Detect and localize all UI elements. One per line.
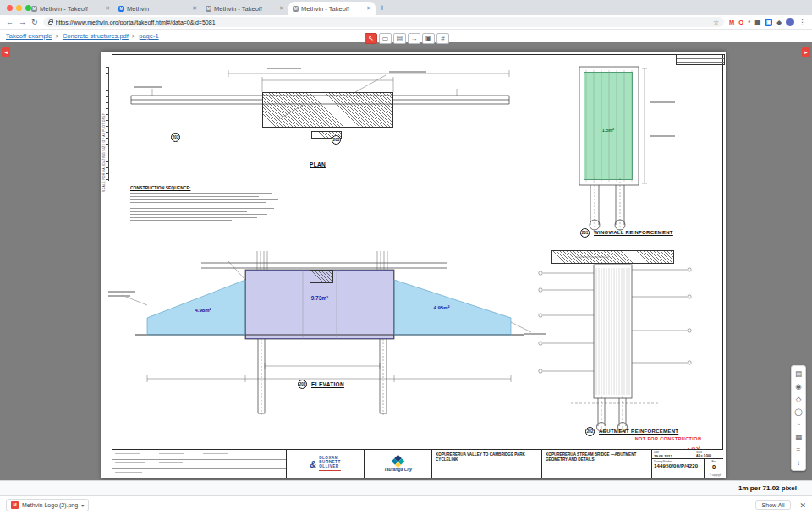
tab-title: Methvin	[127, 5, 189, 13]
construction-sequence: CONSTRUCTION SEQUENCE:	[130, 185, 283, 221]
grid-icon[interactable]: ▦	[793, 431, 804, 443]
tauranga-diamond-icon	[392, 454, 405, 468]
tab-1[interactable]: M Methvin - Takeoff ✕	[27, 2, 114, 15]
area-tool-button[interactable]: ▤	[393, 33, 406, 44]
plan-ref-bubble: 203	[332, 135, 341, 145]
breadcrumb-separator: >	[132, 32, 135, 40]
revision-box	[676, 54, 725, 65]
measure-tool-button[interactable]: ▭	[379, 33, 392, 44]
tab-close-icon[interactable]: ✕	[279, 5, 284, 12]
wingwall-ref-bubble: 201	[580, 228, 590, 238]
scale-cell: Scale A3 = 1:500	[694, 450, 723, 458]
not-for-construction-text: NOT FOR CONSTRUCTION	[609, 436, 727, 441]
tabs: M Methvin - Takeoff ✕ M Methvin ✕ M Meth…	[27, 2, 389, 15]
show-all-button[interactable]: Show All	[755, 500, 792, 510]
tab-favicon: M	[293, 6, 299, 12]
left-panel-toggle[interactable]: ◂	[2, 47, 10, 57]
abutment-title: ABUTMENT REINFORCEMENT	[599, 429, 678, 434]
tab-close-icon[interactable]: ✕	[192, 5, 197, 12]
tauranga-city-logo: Tauranga City	[365, 450, 432, 478]
elevation-title: ELEVATION	[311, 381, 344, 387]
pixel-scale-text: 1m per 71.02 pixel	[738, 484, 797, 492]
tab-favicon: M	[118, 6, 124, 12]
opera-extension-icon[interactable]: O	[738, 19, 743, 26]
tab-2[interactable]: M Methvin ✕	[114, 2, 201, 15]
title-block-admin-cell	[112, 450, 287, 478]
breadcrumb-page[interactable]: page-1	[139, 32, 158, 40]
tab-4-active[interactable]: M Methvin - Takeoff ✕	[288, 2, 376, 15]
downloads-close-icon[interactable]: ✕	[799, 501, 806, 510]
date-value: 29.06.2017	[654, 454, 692, 458]
drawing-number-value: 144950/00/P/4220	[654, 463, 702, 468]
apps-grid-icon[interactable]: ▦	[754, 19, 760, 26]
download-thumbnail: M	[11, 501, 19, 509]
drawing-number-cell: Drawing Number 144950/00/P/4220	[652, 459, 705, 478]
bbo-logo: & BLOXAM BURNETT OLLIVER	[287, 450, 365, 478]
tab-title: Methvin - Takeoff	[301, 5, 364, 13]
area-label-right[interactable]: 4.95m²	[414, 305, 469, 310]
breadcrumb-takeoff-example[interactable]: Takeoff example	[6, 32, 52, 40]
tab-title: Methvin - Takeoff	[214, 5, 277, 13]
area-label-center[interactable]: 9.73m²	[293, 295, 347, 301]
takeoff-toolbar: ↖ ▭ ▤ → ▣ #	[365, 33, 449, 44]
profile-avatar[interactable]	[786, 18, 794, 26]
bbo-line-3: OLLIVER	[319, 465, 340, 469]
browser-menu-icon[interactable]: ⋮	[798, 18, 806, 26]
profile-icon[interactable]: ◉	[793, 380, 804, 392]
pdf-sheet[interactable]: SCALE FOR VALIDATING SIZE OF A3 PLOT ONL…	[102, 52, 726, 478]
arrow-tool-button[interactable]: →	[408, 33, 420, 44]
download-item[interactable]: M Methvin Logo (2).png ▾	[6, 499, 89, 511]
history-icon[interactable]: ◔	[793, 418, 804, 430]
back-icon[interactable]: ←	[6, 15, 14, 29]
close-window-button[interactable]	[7, 5, 13, 11]
area-label-wingwall[interactable]: 1.5m²	[584, 128, 633, 133]
dark-extension-icon[interactable]: ◆	[776, 19, 782, 26]
url-text: https://www.methvin.org/portal/takeoff.h…	[56, 19, 710, 25]
wingwall-title: WINGWALL REINFORCEMENT	[594, 230, 673, 235]
drawing-info-cell: Date 29.06.2017 Scale A3 = 1:500 Drawing…	[652, 450, 723, 478]
project-cell: KOPURERERUA VALLEY TO CAMBRIDGE PARK CYC…	[432, 450, 542, 478]
select-tool-button[interactable]: ↖	[365, 33, 377, 44]
bookmark-star-icon[interactable]: ☆	[713, 19, 719, 26]
forward-icon[interactable]: →	[19, 15, 26, 29]
bbo-ampersand: &	[310, 459, 316, 469]
construction-sequence-heading: CONSTRUCTION SEQUENCE:	[130, 185, 283, 190]
tab-close-icon[interactable]: ✕	[105, 5, 110, 12]
breadcrumb-separator: >	[55, 32, 58, 40]
count-tool-button[interactable]: #	[436, 33, 449, 44]
downloads-bar: M Methvin Logo (2).png ▾ Show All ✕	[0, 495, 812, 514]
area-label-left[interactable]: 4.98m²	[176, 308, 230, 313]
pages-icon[interactable]: ▤	[793, 368, 804, 380]
tab-strip: M Methvin - Takeoff ✕ M Methvin ✕ M Meth…	[0, 0, 812, 15]
drawing-title-cell: KOPURERERUA STREAM BRIDGE —ABUTMENT GEOM…	[542, 450, 652, 478]
gmail-extension-icon[interactable]: M	[729, 19, 734, 26]
circle-tool-icon[interactable]: ◯	[793, 406, 804, 418]
download-icon[interactable]: ↓	[793, 457, 804, 468]
padlock-icon	[48, 21, 52, 25]
frame-tool-button[interactable]: ▣	[422, 33, 435, 44]
plan-ref-bubble: 203	[171, 133, 180, 142]
new-tab-button[interactable]: +	[376, 2, 389, 15]
shapes-icon[interactable]: ◇	[793, 393, 804, 405]
generic-extension-icon[interactable]: *	[748, 19, 750, 26]
screen: M Methvin - Takeoff ✕ M Methvin ✕ M Meth…	[0, 0, 812, 514]
download-filename: Methvin Logo (2).png	[22, 502, 78, 508]
download-caret-icon[interactable]: ▾	[81, 502, 84, 508]
breadcrumb-document[interactable]: Concrete structures.pdf	[63, 32, 129, 40]
extension-icons: M O * ▦ ▣ ◆ ⋮	[729, 18, 806, 26]
address-bar: ← → ↻ https://www.methvin.org/portal/tak…	[0, 15, 812, 30]
right-panel-toggle[interactable]: ▸	[802, 47, 810, 57]
revision-value: 0	[705, 463, 723, 471]
tab-3[interactable]: M Methvin - Takeoff ✕	[201, 2, 288, 15]
plan-title: PLAN	[310, 161, 326, 167]
tab-close-icon[interactable]: ✕	[366, 5, 371, 12]
reload-icon[interactable]: ↻	[31, 15, 38, 29]
copyright-text: © copyright	[710, 473, 721, 477]
menu-icon[interactable]: ≡	[793, 444, 804, 456]
drawing-canvas[interactable]: ◂ ▸ SCALE FOR VALIDATING SIZE OF A3 PLOT…	[0, 42, 812, 480]
date-cell: Date 29.06.2017	[652, 450, 694, 458]
tab-favicon: M	[206, 6, 211, 12]
minimize-window-button[interactable]	[16, 5, 22, 11]
url-input[interactable]: https://www.methvin.org/portal/takeoff.h…	[43, 17, 725, 27]
blue-extension-icon[interactable]: ▣	[765, 19, 772, 26]
